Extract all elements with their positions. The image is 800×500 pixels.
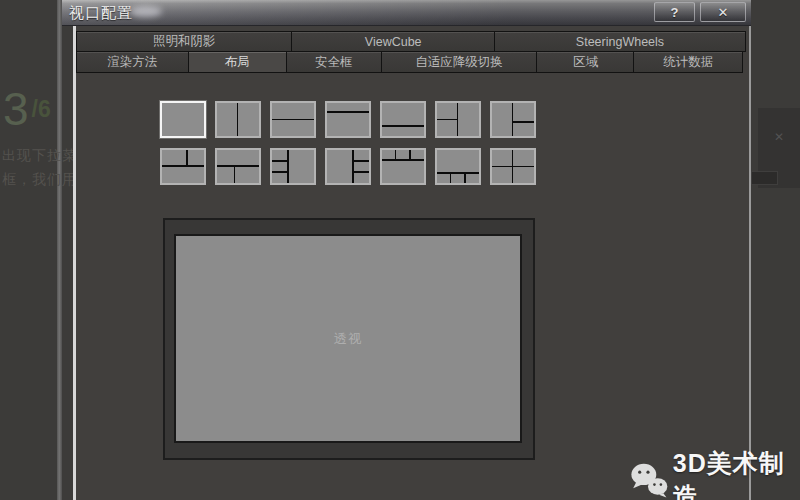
layout-pane [382,161,424,183]
layout-pane [354,173,369,183]
layout-pane [327,113,369,136]
perspective-viewport-preview[interactable]: 透视 [174,234,522,443]
tab-渲染方法[interactable]: 渲染方法 [76,51,189,73]
layout-pane [162,167,204,183]
help-button[interactable]: ? [654,2,695,22]
layout-pane [327,103,369,111]
tab-row-1: 照明和阴影ViewCubeSteeringWheels [76,31,748,52]
layout-option-three-left-split[interactable] [435,101,481,138]
layout-pane [437,174,450,183]
tab-统计数据[interactable]: 统计数据 [633,51,743,73]
tab-照明和阴影[interactable]: 照明和阴影 [76,31,292,52]
layout-pane [513,150,534,166]
layout-pane [238,103,259,136]
layout-pane [354,150,369,160]
titlebar-sheen [62,0,751,25]
layout-pane [354,162,369,172]
layout-pane [272,103,314,119]
layout-option-three-top-split[interactable] [160,148,206,185]
tab-自适应降级切换[interactable]: 自适应降级切换 [381,51,538,73]
viewport-label: 透视 [334,330,362,348]
close-button[interactable]: ✕ [700,2,746,22]
layout-pane [272,162,287,172]
layout-option-single[interactable] [160,101,206,138]
layout-pane [451,174,464,183]
layout-pane [437,120,457,136]
layout-option-four-right-stack[interactable] [325,148,371,185]
layout-option-four-equal[interactable] [490,148,536,185]
tab-安全框[interactable]: 安全框 [286,51,382,73]
page-number-current: 3 [3,84,29,134]
layout-option-three-right-split[interactable] [490,101,536,138]
layout-option-two-h-bottom-small[interactable] [380,101,426,138]
wechat-icon [630,461,669,499]
layout-pane [437,150,479,172]
page-number-total: /6 [32,96,51,122]
screen: { "background": { "page_indicator": { "c… [0,0,800,500]
layout-pane [437,103,457,119]
layout-pane [513,167,534,183]
titlebar-highlight [130,6,162,17]
layout-option-four-bottom-row[interactable] [435,148,481,185]
layout-option-two-vertical[interactable] [215,101,261,138]
watermark: 3D美术制造 [630,447,800,500]
layout-option-two-h-top-small[interactable] [325,101,371,138]
layout-pane [396,150,409,159]
tab-row-2: 渲染方法布局安全框自适应降级切换区域统计数据 [76,52,748,73]
layout-pane [272,173,287,183]
layout-pane [382,103,424,125]
layout-pane [492,167,512,183]
layout-pane [217,103,237,136]
page-indicator: 3 /6 [3,84,51,134]
watermark-text: 3D美术制造 [673,447,800,500]
dialog-body: 照明和阴影ViewCubeSteeringWheels 渲染方法布局安全框自适应… [73,26,751,500]
background-close-icon: ✕ [774,130,784,144]
layout-pane [289,150,314,183]
tab-区域[interactable]: 区域 [536,51,634,73]
layout-pane [162,103,204,136]
layout-pane [513,123,534,136]
layout-pane [513,103,534,121]
layout-pane [162,150,186,165]
tab-布局[interactable]: 布局 [188,51,287,73]
layout-pane [272,150,287,160]
layout-option-four-left-stack[interactable] [270,148,316,185]
layout-pane [217,150,259,165]
layout-pane [217,167,234,183]
layout-pane [492,103,512,136]
layout-pane [188,150,204,165]
layout-pane [458,103,479,136]
layout-pane [466,174,479,183]
layout-pane [235,167,259,183]
tab-SteeringWheels[interactable]: SteeringWheels [494,31,746,52]
layout-pane [411,150,424,159]
background-mini-button [751,171,778,185]
dialog-titlebar[interactable]: 视口配置 ? ✕ [62,0,751,26]
viewport-configuration-dialog: 视口配置 ? ✕ 照明和阴影ViewCubeSteeringWheels 渲染方… [62,0,751,500]
tab-ViewCube[interactable]: ViewCube [291,31,495,52]
layout-thumbnails [160,101,537,185]
tab-strip: 照明和阴影ViewCubeSteeringWheels 渲染方法布局安全框自适应… [76,31,748,73]
layout-option-two-horizontal[interactable] [270,101,316,138]
layout-pane [327,150,352,183]
layout-pane [492,150,512,166]
layout-pane [382,150,395,159]
layout-preview-frame: 透视 [163,218,535,460]
layout-option-four-top-row[interactable] [380,148,426,185]
layout-pane [272,120,314,136]
layout-option-three-bottom-split[interactable] [215,148,261,185]
layout-pane [382,127,424,136]
dialog-title: 视口配置 [69,4,133,23]
